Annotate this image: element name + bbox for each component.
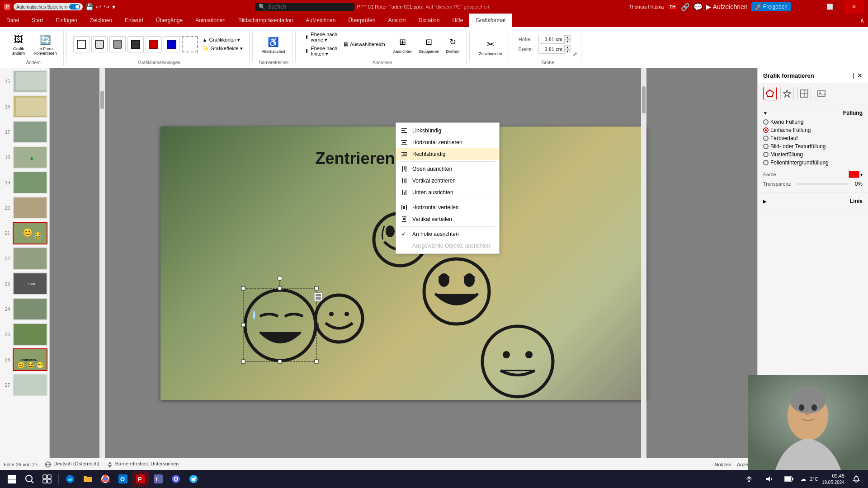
tab-grafikformat[interactable]: Grafikformat bbox=[469, 14, 512, 27]
zuschneiden-button[interactable]: ✂ Zuschneiden bbox=[476, 35, 505, 58]
more-icon[interactable]: ▾ bbox=[112, 3, 115, 10]
height-input[interactable] bbox=[538, 35, 565, 44]
menu-horizontal-verteilen[interactable]: Horizontal verteilen bbox=[396, 202, 499, 213]
slide-thumb-17[interactable]: 17 bbox=[2, 121, 47, 143]
width-up-button[interactable]: ▲ bbox=[565, 45, 571, 49]
tab-datei[interactable]: Datei bbox=[0, 14, 25, 27]
clock[interactable]: 09:45 19.05.2024 bbox=[822, 473, 844, 485]
panel-icon-pentagon[interactable] bbox=[763, 87, 777, 100]
face-sweating[interactable] bbox=[245, 290, 316, 361]
face-neutral-smile[interactable] bbox=[482, 326, 553, 397]
tab-zeichnen[interactable]: Zeichnen bbox=[84, 14, 118, 27]
folienhintergrund-radio[interactable] bbox=[763, 160, 769, 165]
menu-horizontal-zentrieren[interactable]: Horizontal zentrieren bbox=[396, 136, 499, 148]
redo-icon[interactable]: ↪ bbox=[104, 3, 109, 10]
share-icon[interactable]: 🔗 bbox=[681, 3, 690, 11]
color-swatch[interactable] bbox=[849, 171, 859, 178]
panel-icon-image[interactable] bbox=[815, 87, 828, 100]
save-icon[interactable]: 💾 bbox=[85, 3, 93, 10]
slide-thumb-19[interactable]: 19 bbox=[2, 171, 47, 194]
slide-thumb-26[interactable]: 26 Zentrieren...😊 😂 😁 bbox=[2, 348, 47, 371]
autosave-toggle[interactable]: Automatisches Speichern bbox=[14, 3, 83, 10]
slide-thumb-22[interactable]: 22 bbox=[2, 247, 47, 270]
face-simple-happy[interactable] bbox=[316, 295, 363, 342]
preset-7[interactable] bbox=[182, 36, 198, 52]
ebene-vorne-button[interactable]: ⬆ Ebene nachvorne ▾ bbox=[302, 31, 340, 44]
width-down-button[interactable]: ▼ bbox=[565, 49, 571, 53]
slide-thumb-25[interactable]: 25 bbox=[2, 323, 47, 346]
einfache-fuellung-option[interactable]: Einfache Füllung bbox=[763, 126, 863, 134]
speaker-icon[interactable] bbox=[761, 471, 777, 487]
transparenz-slider[interactable] bbox=[797, 183, 848, 185]
drehen-button[interactable]: ↻ Drehen bbox=[443, 33, 462, 56]
search-input[interactable] bbox=[268, 4, 340, 10]
slide-thumb-24[interactable]: 24 bbox=[2, 298, 47, 320]
close-button[interactable]: ✕ bbox=[844, 0, 864, 14]
muster-option[interactable]: Musterfüllung bbox=[763, 150, 863, 159]
slide-thumb-21[interactable]: 21 😊😂 bbox=[2, 222, 47, 244]
farbverlauf-radio[interactable] bbox=[763, 136, 769, 141]
discord-button[interactable] bbox=[168, 471, 184, 487]
linie-section-header[interactable]: ▶ Linie bbox=[763, 196, 863, 206]
panel-icon-table[interactable] bbox=[797, 87, 811, 100]
groesse-expand-icon[interactable]: ⤢ bbox=[573, 51, 577, 57]
tab-animationen[interactable]: Animationen bbox=[189, 14, 232, 27]
tab-dictation[interactable]: Dictation bbox=[412, 14, 446, 27]
present-icon[interactable]: ▶ Aufzeichnen bbox=[706, 3, 747, 10]
fuellung-section-header[interactable]: ▼ Füllung bbox=[763, 108, 863, 118]
preset-5[interactable] bbox=[146, 36, 162, 52]
preset-3[interactable] bbox=[109, 36, 126, 52]
in-form-konvertieren-button[interactable]: 🔄 In Formkonvertieren bbox=[32, 31, 60, 58]
face-laughing-center-right[interactable] bbox=[424, 259, 489, 324]
undo-icon[interactable]: ↩ bbox=[96, 3, 101, 10]
alternativtext-button[interactable]: ♿ Alternativtext bbox=[259, 33, 288, 56]
slide-thumb-27[interactable]: 27 bbox=[2, 374, 47, 396]
keine-fuellung-radio[interactable] bbox=[763, 119, 769, 125]
menu-an-folie-ausrichten[interactable]: ✓ An Folie ausrichten bbox=[396, 228, 499, 240]
tab-entwurf[interactable]: Entwurf bbox=[118, 14, 150, 27]
tab-hilfe[interactable]: Hilfe bbox=[446, 14, 469, 27]
slide-panel[interactable]: 15 16 17 18 🌲 19 bbox=[0, 68, 50, 458]
ausrichten-button[interactable]: ⊞ Ausrichten bbox=[391, 33, 415, 56]
share-btn[interactable]: 🚀 Freigeben bbox=[751, 2, 791, 11]
tab-uebergaenge[interactable]: Übergänge bbox=[150, 14, 189, 27]
slide-thumb-15[interactable]: 15 bbox=[2, 70, 47, 93]
bild-textur-radio[interactable] bbox=[763, 144, 769, 149]
preset-4[interactable] bbox=[127, 36, 144, 52]
height-down-button[interactable]: ▼ bbox=[565, 39, 571, 43]
preset-6[interactable] bbox=[164, 36, 180, 52]
slide-thumb-16[interactable]: 16 bbox=[2, 95, 47, 118]
search-taskbar-button[interactable] bbox=[21, 471, 38, 487]
farbverlauf-option[interactable]: Farbverlauf bbox=[763, 134, 863, 142]
gruppieren-button[interactable]: ⊡ Gruppieren bbox=[416, 33, 442, 56]
auswahlbereich-button[interactable]: ▦ Auswahlbereich bbox=[341, 40, 388, 48]
bild-textur-option[interactable]: Bild- oder Texturfüllung bbox=[763, 142, 863, 150]
menu-unten-ausrichten[interactable]: Unten ausrichten bbox=[396, 187, 499, 198]
menu-linksbuendig[interactable]: Linksbündig bbox=[396, 125, 499, 136]
slide-thumb-20[interactable]: 20 bbox=[2, 197, 47, 219]
einfache-fuellung-radio[interactable] bbox=[763, 127, 769, 133]
taskview-button[interactable] bbox=[39, 471, 55, 487]
preset-2[interactable] bbox=[91, 36, 108, 52]
comments-icon[interactable]: 💬 bbox=[693, 3, 703, 11]
network-icon[interactable] bbox=[741, 471, 757, 487]
tab-aufzeichnen[interactable]: Aufzeichnen bbox=[299, 14, 342, 27]
teams-button[interactable]: T bbox=[150, 471, 166, 487]
color-dropdown-icon[interactable]: ▾ bbox=[860, 172, 863, 177]
ebene-hinten-button[interactable]: ⬇ Ebene nachhinten ▾ bbox=[302, 45, 340, 58]
outlook-button[interactable]: O bbox=[115, 471, 131, 487]
edge-button[interactable] bbox=[62, 471, 78, 487]
folienhintergrund-option[interactable]: Folienhintergrundfüllung bbox=[763, 159, 863, 167]
panel-expand-icon[interactable]: ⟨ bbox=[852, 72, 854, 79]
tab-einfuegen[interactable]: Einfügen bbox=[49, 14, 83, 27]
panel-icon-star[interactable] bbox=[780, 87, 794, 100]
minimize-button[interactable]: — bbox=[795, 0, 816, 14]
start-button[interactable] bbox=[4, 471, 20, 487]
menu-oben-ausrichten[interactable]: Oben ausrichten bbox=[396, 163, 499, 175]
grafikeffekte-button[interactable]: ✨ Grafikeffekte ▾ bbox=[200, 45, 245, 52]
tab-bildschirmpraestation[interactable]: Bildschirmpräsentation bbox=[232, 14, 299, 27]
telegram-button[interactable] bbox=[185, 471, 202, 487]
preset-1[interactable] bbox=[73, 36, 90, 52]
notification-button[interactable] bbox=[848, 471, 864, 487]
menu-vertikal-verteilen[interactable]: Vertikal verteilen bbox=[396, 213, 499, 225]
